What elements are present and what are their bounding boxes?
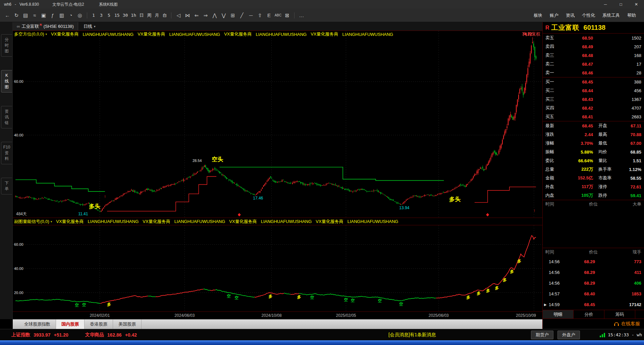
market-tab-hk-stocks[interactable]: 香港股票 — [85, 320, 113, 329]
period-custom-button[interactable]: 自 — [161, 11, 168, 19]
menu-help[interactable]: 帮助 — [627, 12, 636, 18]
page-left-icon[interactable]: ◁ — [174, 11, 182, 20]
bid-row[interactable]: 买一68.45388 — [543, 77, 644, 86]
menu-system-tools[interactable]: 系统工具 — [602, 12, 620, 18]
tab-f10-info[interactable]: F10资料 — [1, 142, 12, 164]
ask-row[interactable]: 卖二68.4717 — [543, 60, 644, 68]
symbol-row: ∞ 工业富联 R (SHSE 601138) 日线 ▾ — [13, 22, 542, 31]
member-message-link[interactable]: [会员消息]有1条新消息 — [388, 329, 436, 340]
futures-account-button[interactable]: 期货户 — [531, 331, 553, 339]
period-3min-button[interactable]: 3 — [98, 11, 105, 19]
bar-chart-icon[interactable]: ▥ — [58, 11, 66, 20]
tab-trade-details[interactable]: 明细 — [543, 310, 574, 319]
level-label: 卖一 — [545, 70, 561, 76]
tab-order-entry[interactable]: 下单 — [1, 178, 12, 194]
menu-account[interactable]: 账户 — [550, 12, 558, 18]
sub-chart-canvas[interactable]: 60.0040.0020.00空空多空空多多空空空空空多多多多多多多 — [13, 225, 542, 312]
period-15min-button[interactable]: 15 — [113, 11, 121, 19]
add-panel-icon[interactable]: ⊞ — [229, 11, 237, 20]
market-tab-global-indices[interactable]: 全球股票指数 — [19, 320, 56, 329]
draw-line-icon[interactable]: ╱ — [238, 11, 246, 20]
period-1min-button[interactable]: 1 — [90, 11, 97, 19]
overseas-account-button[interactable]: 外盘户 — [557, 331, 580, 339]
compress-bars-icon[interactable]: ⋀ — [211, 11, 219, 20]
trade-row: 14:5668.29406 — [543, 278, 644, 288]
tab-news-chain[interactable]: 资讯链 — [1, 106, 12, 128]
pointer-up-icon[interactable]: ⇧ — [256, 11, 264, 20]
quote-board-icon[interactable]: ▤ — [21, 11, 30, 20]
back-icon[interactable]: ← — [3, 11, 11, 20]
tab-kline-chart[interactable]: K线图 — [1, 70, 12, 93]
svg-text:多: 多 — [503, 278, 507, 282]
level-volume: 1367 — [593, 97, 641, 102]
period-day-button[interactable]: 日 — [138, 11, 145, 19]
alert-bell-icon[interactable]: ◎ — [76, 11, 84, 20]
sub-indicator-chart[interactable]: 60.0040.0020.00空空多空空多多空空空空空多多多多多多多 — [13, 225, 542, 312]
period-1hour-button[interactable]: 1h — [130, 11, 137, 19]
date-label: 2024/02/01 — [90, 313, 110, 318]
refresh-icon[interactable]: ↻ — [12, 11, 20, 20]
svg-text:空: 空 — [351, 298, 355, 303]
ask-row[interactable]: 卖一68.4628 — [543, 68, 644, 77]
menu-personalize[interactable]: 个性化 — [582, 12, 595, 18]
market-tabs-bar: 全球股票指数国内股票香港股票美国股票 — [13, 319, 542, 329]
market-tab-us-stocks[interactable]: 美国股票 — [113, 320, 142, 329]
svg-text:17.46: 17.46 — [253, 196, 263, 200]
tab-price-distribution[interactable]: 分价 — [574, 310, 604, 319]
level-volume: 2683 — [593, 114, 641, 119]
status-bar: 上证指数 3933.97 +51.20 文华商品 162.86 +0.42 [会… — [0, 329, 644, 340]
svg-text:多: 多 — [517, 259, 521, 264]
index-name: 上证指数 — [11, 332, 30, 338]
menu-sectors[interactable]: 板块 — [534, 12, 542, 18]
account-buttons: 期货户外盘户 — [531, 329, 580, 340]
ask-row[interactable]: 卖四68.49207 — [543, 42, 644, 51]
period-month-button[interactable]: 月 — [154, 11, 160, 19]
trade-volume: 406 — [595, 281, 641, 286]
svg-text:空头: 空头 — [212, 156, 223, 163]
svg-text:40.00: 40.00 — [14, 133, 23, 137]
more-icon[interactable]: … — [298, 11, 306, 20]
bid-row[interactable]: 买三68.431367 — [543, 95, 644, 104]
bid-row[interactable]: 买五68.412683 — [543, 112, 644, 121]
eraser-icon[interactable]: ⊠ — [283, 11, 291, 20]
menu-news[interactable]: 资讯 — [566, 12, 575, 18]
toolbar-separator — [171, 12, 171, 18]
overlay-compare-icon[interactable]: ⋈ — [183, 11, 192, 20]
trend-line-icon[interactable]: ≈ — [31, 11, 39, 20]
period-5min-button[interactable]: 5 — [106, 11, 112, 19]
ask-row[interactable]: 卖五68.501502 — [543, 34, 644, 42]
stock-code: 601138 — [584, 24, 606, 32]
main-kline-chart[interactable]: 多空方位(0,0,0)▾VX量化服务商LIANGHUAFUWUSHANGVX量化… — [13, 31, 542, 218]
abc-label-icon[interactable]: ABC — [274, 11, 282, 20]
compass-icon[interactable]: ◔ — [67, 11, 75, 20]
svg-text:↑: ↑ — [533, 208, 536, 213]
split-screen-icon[interactable]: ▣ — [40, 11, 48, 20]
maximize-button[interactable]: □ — [613, 0, 629, 9]
svg-text:多: 多 — [107, 302, 111, 307]
main-chart-canvas[interactable]: 60.0040.00↑↑多头11.4128.54空头17.4613.94多头74… — [13, 31, 542, 218]
elliott-wave-icon[interactable]: E — [265, 11, 273, 20]
minimize-button[interactable]: ─ — [598, 0, 613, 9]
online-service-button[interactable]: 在线客服 — [543, 319, 644, 329]
shift-left-icon[interactable]: ⇐ — [193, 11, 201, 20]
period-dropdown[interactable]: 日线 ▾ — [84, 22, 96, 31]
level-label: 卖二 — [545, 61, 561, 67]
level-price: 68.45 — [561, 79, 593, 84]
shift-right-icon[interactable]: ⇒ — [202, 11, 210, 20]
close-button[interactable]: ✕ — [629, 0, 644, 9]
bid-row[interactable]: 买二68.44456 — [543, 86, 644, 95]
expand-bars-icon[interactable]: ⋁ — [220, 11, 228, 20]
vendor-watermark: VX量化服务商 — [229, 219, 257, 225]
period-week-button[interactable]: 周 — [146, 11, 153, 19]
indicator-label[interactable]: 副图量能信号(0,0) — [14, 219, 49, 225]
server-node[interactable]: 文华云节点-电信2 — [52, 2, 84, 7]
tab-time-chart[interactable]: 分时图 — [1, 34, 12, 57]
bid-row[interactable]: 买四68.424707 — [543, 104, 644, 112]
formula-icon[interactable]: ƒ — [49, 11, 57, 20]
ask-row[interactable]: 卖三68.48168 — [543, 51, 644, 60]
tab-chip-distribution[interactable]: 筹码 — [604, 310, 635, 319]
horizontal-line-icon[interactable]: ─ — [247, 11, 255, 20]
symbol-tab[interactable]: ∞ 工业富联 R (SHSE 601138) — [13, 22, 78, 31]
period-30min-button[interactable]: 30 — [122, 11, 129, 19]
market-tab-domestic-stocks[interactable]: 国内股票 — [56, 320, 85, 329]
